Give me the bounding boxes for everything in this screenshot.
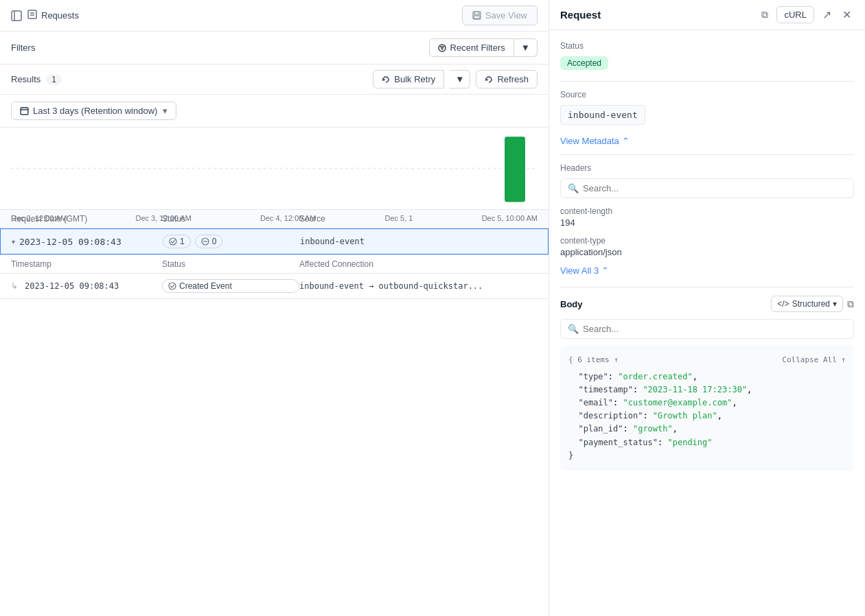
json-body: { 6 items ↑ Collapse All ↑ "type": "orde… xyxy=(560,346,854,471)
date-filter-label: Last 3 days (Retention window) xyxy=(33,106,157,116)
chart-date-4: Dec 5, 1 xyxy=(385,214,413,222)
json-line-payment-status: "payment_status": "pending" xyxy=(568,436,846,449)
refresh-button[interactable]: Refresh xyxy=(476,70,538,88)
body-search-input[interactable] xyxy=(583,324,846,334)
status-badge: Accepted xyxy=(560,56,608,70)
right-top-bar: Request ⧉ cURL ↗ ✕ xyxy=(549,0,865,30)
filters-label: Filters xyxy=(11,43,429,53)
curl-button[interactable]: cURL xyxy=(776,6,814,23)
success-circle-icon xyxy=(169,237,177,246)
bulk-retry-button[interactable]: Bulk Retry xyxy=(373,70,444,88)
json-line-plan-id: "plan_id": "growth", xyxy=(568,423,846,436)
sidebar-toggle-button[interactable] xyxy=(11,10,22,21)
structured-button[interactable]: </> Structured ▾ xyxy=(771,296,843,312)
headers-search-input[interactable] xyxy=(583,183,846,193)
created-event-label: Created Event xyxy=(179,281,232,291)
json-line-type: "type": "order.created", xyxy=(568,370,846,383)
metadata-chevron-icon: ⌃ xyxy=(622,136,630,146)
row-source: inbound-event xyxy=(300,237,537,246)
sub-col-header-timestamp: Timestamp xyxy=(11,259,162,269)
svg-rect-0 xyxy=(12,11,21,21)
results-label: Results xyxy=(11,74,41,84)
view-all-button[interactable]: View All 3 ⌃ xyxy=(560,265,609,276)
divider-2 xyxy=(560,154,854,155)
body-title: Body xyxy=(560,299,771,309)
chart-date-3: Dec 4, 12:00 AM xyxy=(260,214,316,222)
body-copy-button[interactable]: ⧉ xyxy=(847,298,854,310)
collapse-all-button[interactable]: Collapse All ↑ xyxy=(782,354,846,366)
source-value: inbound-event xyxy=(560,105,645,125)
chart-date-2: Dec 3, 12:00 AM xyxy=(136,214,192,222)
chart-date-5: Dec 5, 10:00 AM xyxy=(482,214,538,222)
header-key-content-type: content-type xyxy=(560,236,854,246)
requests-label: Requests xyxy=(41,10,79,21)
curl-label: cURL xyxy=(784,10,807,20)
view-metadata-label: View Metadata xyxy=(560,136,619,146)
blocked-circle-icon xyxy=(201,237,209,246)
close-icon-button[interactable]: ✕ xyxy=(840,5,854,24)
sub-row-connection: inbound-event → outbound-quickstar... xyxy=(299,281,538,291)
headers-section: Headers 🔍 content-length 194 content-typ… xyxy=(560,163,854,276)
table-row-parent: ▾ 2023-12-05 09:08:43 1 xyxy=(0,228,549,299)
created-event-badge: Created Event xyxy=(162,279,299,293)
header-item-content-type: content-type application/json xyxy=(560,236,854,257)
sub-row-header: Timestamp Status Affected Connection xyxy=(0,254,549,274)
copy-icon-button[interactable]: ⧉ xyxy=(759,6,771,23)
source-section-label: Source xyxy=(560,90,854,99)
json-line-timestamp: "timestamp": "2023-11-18 17:23:30", xyxy=(568,383,846,396)
svg-point-21 xyxy=(169,283,176,289)
json-items-count: { 6 items ↑ xyxy=(568,354,619,366)
headers-search-bar[interactable]: 🔍 xyxy=(560,178,854,198)
headers-section-label: Headers xyxy=(560,163,854,173)
bulk-retry-dropdown[interactable]: ▼ xyxy=(450,70,470,88)
table-row[interactable]: ▾ 2023-12-05 09:08:43 1 xyxy=(0,228,549,254)
structured-icon: </> xyxy=(777,299,789,309)
view-all-chevron-icon: ⌃ xyxy=(601,265,609,276)
sub-row-indent: ↳ 2023-12-05 09:08:43 xyxy=(11,281,162,291)
blocked-count: 0 xyxy=(212,237,217,246)
requests-icon xyxy=(27,10,37,21)
chart-dates: Dec 2, 12:00 AM Dec 3, 12:00 AM Dec 4, 1… xyxy=(11,211,538,226)
row-timestamp: 2023-12-05 09:08:43 xyxy=(19,237,122,247)
save-view-button[interactable]: Save View xyxy=(462,5,538,25)
recent-filters-button[interactable]: Recent Filters xyxy=(429,38,514,57)
svg-rect-7 xyxy=(474,16,480,19)
view-metadata-button[interactable]: View Metadata ⌃ xyxy=(560,136,630,146)
recent-filters-label: Recent Filters xyxy=(450,43,505,53)
svg-point-18 xyxy=(170,238,176,245)
expand-icon-button[interactable]: ↗ xyxy=(820,5,834,24)
body-header: Body </> Structured ▾ ⧉ xyxy=(560,296,854,312)
svg-rect-2 xyxy=(28,10,36,19)
right-content: Status Accepted Source inbound-event Vie… xyxy=(549,30,865,616)
row-expand[interactable]: ▾ 2023-12-05 09:08:43 xyxy=(12,237,163,247)
requests-tab[interactable]: Requests xyxy=(27,10,79,21)
json-line-email: "email": "customer@example.com", xyxy=(568,396,846,410)
svg-rect-12 xyxy=(21,108,28,115)
status-section: Status Accepted xyxy=(560,41,854,70)
sub-row[interactable]: ↳ 2023-12-05 09:08:43 Created Event inbo… xyxy=(0,274,549,298)
chart-area: Dec 2, 12:00 AM Dec 3, 12:00 AM Dec 4, 1… xyxy=(0,128,549,210)
bulk-retry-label: Bulk Retry xyxy=(394,74,435,84)
header-key-content-length: content-length xyxy=(560,206,854,216)
success-pill: 1 xyxy=(163,235,191,248)
results-count: 1 xyxy=(46,74,62,85)
sub-row-timestamp: 2023-12-05 09:08:43 xyxy=(25,281,119,291)
success-count: 1 xyxy=(180,237,185,246)
refresh-label: Refresh xyxy=(497,74,529,84)
json-closing-brace: } xyxy=(568,449,846,462)
divider-3 xyxy=(560,287,854,287)
status-section-label: Status xyxy=(560,41,854,51)
header-item-content-length: content-length 194 xyxy=(560,206,854,228)
filters-dropdown-button[interactable]: ▼ xyxy=(514,38,538,57)
header-val-content-type: application/json xyxy=(560,247,854,257)
view-all-label: View All 3 xyxy=(560,265,599,276)
header-val-content-length: 194 xyxy=(560,217,854,228)
body-search-bar[interactable]: 🔍 xyxy=(560,319,854,339)
sub-col-header-connection: Affected Connection xyxy=(299,259,538,269)
right-panel-title: Request xyxy=(560,9,759,21)
date-filter-chevron: ▾ xyxy=(163,106,168,116)
structured-label: Structured xyxy=(792,299,830,309)
chart-date-1: Dec 2, 12:00 AM xyxy=(11,214,67,222)
date-filter-button[interactable]: Last 3 days (Retention window) ▾ xyxy=(11,102,176,120)
json-line-description: "description": "Growth plan", xyxy=(568,410,846,423)
